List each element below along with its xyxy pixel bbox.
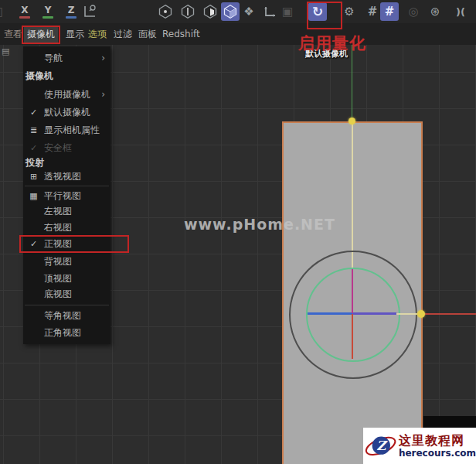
mirror-icon[interactable]: )( <box>451 2 470 21</box>
gizmo-y-axis-red[interactable] <box>352 314 353 359</box>
axis-modification-icon[interactable] <box>260 2 279 21</box>
polygons-mode-icon[interactable] <box>201 2 219 21</box>
check-icon: ✓ <box>23 107 44 118</box>
grid-view-icon: ⊞ <box>23 172 44 182</box>
menu-item-show-camera-properties[interactable]: ≣ 显示相机属性 <box>23 121 110 139</box>
target-icon[interactable]: ◎ <box>404 2 423 21</box>
menu-section-cameras: 摄像机 <box>23 67 110 85</box>
menu-item-right-view[interactable]: 右视图 <box>23 220 110 236</box>
snap-settings-icon[interactable]: ⚙ <box>340 2 359 21</box>
logo-site-name: 这里教程网 <box>399 433 476 448</box>
watermark-text: www.pHome.NET <box>184 216 335 233</box>
check-icon: ✓ <box>23 143 44 153</box>
menu-item-default-camera[interactable]: ✓ 默认摄像机 <box>23 104 110 121</box>
gizmo-x-axis-purple[interactable] <box>352 312 396 315</box>
grid-snap-icon[interactable]: # <box>363 2 382 21</box>
clipped-icon[interactable]: ▯ <box>0 2 6 21</box>
menu-display[interactable]: 显示 <box>63 23 87 45</box>
y-axis-lock-button[interactable]: Y <box>39 2 57 21</box>
grid-view-icon: ▦ <box>23 191 44 201</box>
cameras-dropdown-menu: 导航 › 摄像机 使用摄像机 › ✓ 默认摄像机 ≣ 显示相机属性 ✓ 安全框 … <box>23 46 110 344</box>
menu-item-back-view[interactable]: 背视图 <box>23 252 110 271</box>
menu-options[interactable]: 选项 <box>85 23 110 45</box>
menu-item-top-view[interactable]: 顶视图 <box>23 271 110 286</box>
submenu-arrow-icon: › <box>101 89 105 100</box>
site-logo-mark: Z <box>363 428 397 464</box>
menu-item-isometric-view[interactable]: 等角视图 <box>23 307 110 324</box>
menu-item-dimetric-view[interactable]: 正角视图 <box>23 324 110 341</box>
yellow-guide-line-vertical <box>352 125 353 270</box>
z-axis-lock-button[interactable]: Z <box>62 2 80 21</box>
coordinate-system-icon[interactable] <box>80 2 98 21</box>
x-axis-lock-button[interactable]: X <box>15 2 34 21</box>
submenu-arrow-icon: › <box>101 53 105 63</box>
handle-dot-top[interactable] <box>348 118 355 125</box>
menu-filter[interactable]: 过滤 <box>110 23 135 45</box>
edges-mode-icon[interactable] <box>178 2 197 21</box>
annotation-box-cameras-menu <box>22 26 60 44</box>
model-mode-icon[interactable] <box>221 2 240 21</box>
gizmo-y-axis-magenta[interactable] <box>352 269 353 313</box>
camera-properties-icon: ≣ <box>23 125 44 135</box>
site-logo: Z 这里教程网 herecours.com <box>363 428 476 464</box>
red-axis-line-right <box>423 313 476 315</box>
workplane-icon[interactable]: ▣ <box>278 2 297 21</box>
menu-item-navigation[interactable]: 导航 › <box>23 49 110 67</box>
yellow-guide-line-horizontal <box>396 313 420 315</box>
logo-site-url: herecours.com <box>399 449 476 459</box>
gear-circle-icon[interactable]: ⊛ <box>426 2 444 21</box>
menu-item-bottom-view[interactable]: 底视图 <box>23 286 110 302</box>
green-axis-line <box>352 45 352 121</box>
menu-redshift[interactable]: Redshift <box>159 23 203 45</box>
grid-lock-snap-icon[interactable]: # <box>380 2 399 21</box>
viewport-corner-icon: ▤ <box>2 46 9 56</box>
points-mode-icon[interactable] <box>156 2 175 21</box>
annotation-box-quantize-button <box>307 2 342 29</box>
menu-item-safe-frame[interactable]: ✓ 安全框 <box>23 139 110 156</box>
viewport-menubar: 查看 摄像机 显示 选项 过滤 面板 Redshift <box>0 23 476 45</box>
top-toolbar: ▯ X Y Z ❖ ▣ ↻ ⚙ # # ◎ <box>0 0 476 24</box>
object-axis-icon[interactable]: ❖ <box>240 2 258 21</box>
menu-item-perspective[interactable]: ⊞ 透视视图 <box>23 169 110 184</box>
gizmo-x-axis-blue[interactable] <box>308 312 352 315</box>
gizmo-rotation-circle[interactable] <box>306 268 400 362</box>
menu-section-projection: 投射 <box>23 156 110 169</box>
annotation-enable-quantize-label: 启用量化 <box>298 32 366 54</box>
menu-item-parallel[interactable]: ▦ 平行视图 <box>23 188 110 203</box>
handle-dot-right[interactable] <box>417 310 425 318</box>
logo-black-strip <box>423 416 476 428</box>
menu-item-use-camera[interactable]: 使用摄像机 › <box>23 85 110 104</box>
menu-panel[interactable]: 面板 <box>135 23 160 45</box>
annotation-box-front-view <box>19 235 129 253</box>
menu-item-left-view[interactable]: 左视图 <box>23 203 110 220</box>
